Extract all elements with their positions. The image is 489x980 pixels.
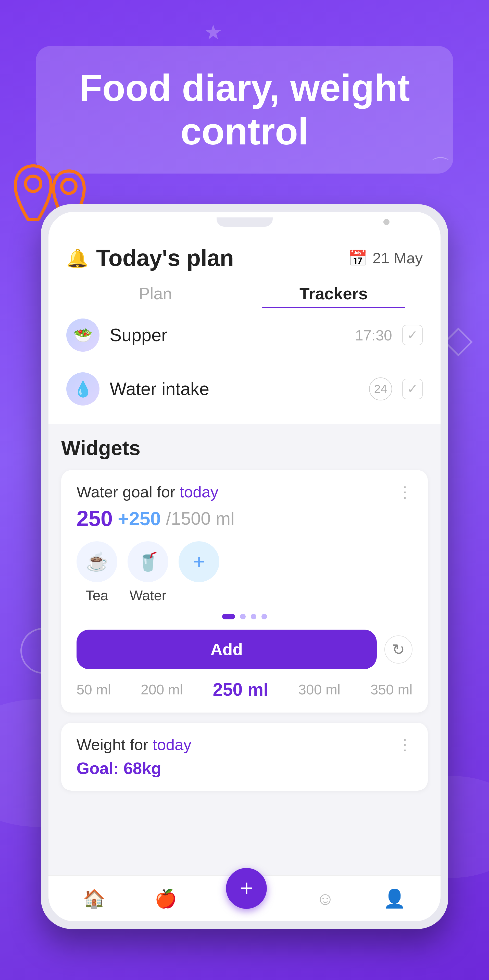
dot-4 xyxy=(262,614,267,619)
water-check[interactable]: ✓ xyxy=(402,379,423,399)
water-widget-title: Water goal for today xyxy=(76,483,218,501)
weight-widget-card: Weight for today ⋮ Goal: 68kg xyxy=(61,723,428,791)
svg-point-0 xyxy=(25,176,41,191)
drink-options: ☕ Tea 🥤 Water + xyxy=(76,541,413,604)
time-icon: 24 xyxy=(369,377,392,401)
water-add: +250 xyxy=(118,508,161,530)
water-icon-circle: 🥤 xyxy=(127,541,168,582)
phone-topbar xyxy=(48,212,441,232)
drink-add[interactable]: + xyxy=(179,541,219,604)
ml-50[interactable]: 50 ml xyxy=(76,681,111,698)
dot-2 xyxy=(240,614,246,619)
water-amounts: 250 +250 /1500 ml xyxy=(76,506,413,531)
nav-account[interactable]: 👤 xyxy=(383,888,406,909)
nav-profile[interactable]: ☺ xyxy=(316,888,334,909)
bell-icon: 🔔 xyxy=(66,248,89,269)
ml-options: 50 ml 200 ml 250 ml 300 ml 350 ml xyxy=(76,679,413,700)
phone-notch xyxy=(217,218,273,227)
plan-header: 🔔 Today's plan 📅 21 May xyxy=(48,232,441,271)
calendar-icon: 📅 xyxy=(348,249,367,267)
supper-name: Supper xyxy=(110,325,345,345)
tea-icon-circle: ☕ xyxy=(76,541,117,582)
dot-3 xyxy=(251,614,256,619)
refresh-button[interactable]: ↻ xyxy=(384,635,413,663)
meal-item-supper[interactable]: 🥗 Supper 17:30 ✓ xyxy=(59,308,430,362)
water-current: 250 xyxy=(76,506,113,531)
supper-time: 17:30 xyxy=(355,327,392,344)
app-content: 🔔 Today's plan 📅 21 May Plan Trackers xyxy=(48,232,441,921)
water-widget-header: Water goal for today ⋮ xyxy=(76,483,413,501)
fab-button[interactable]: + xyxy=(226,868,267,909)
meal-item-water[interactable]: 💧 Water intake 24 ✓ xyxy=(59,362,430,416)
water-icon: 💧 xyxy=(66,372,100,406)
plan-title: Today's plan xyxy=(96,245,234,271)
tab-plan[interactable]: Plan xyxy=(66,277,244,308)
profile-icon: ☺ xyxy=(316,888,334,909)
add-drink-circle: + xyxy=(179,541,219,582)
pagination-dots xyxy=(76,614,413,619)
phone-camera xyxy=(383,219,389,225)
add-row: Add ↻ xyxy=(76,630,413,669)
drink-tea[interactable]: ☕ Tea xyxy=(76,541,117,604)
phone-screen: 🔔 Today's plan 📅 21 May Plan Trackers xyxy=(48,212,441,921)
tab-trackers[interactable]: Trackers xyxy=(244,277,423,308)
ml-300[interactable]: 300 ml xyxy=(298,681,340,698)
food-icon: 🍎 xyxy=(155,888,177,909)
meal-list: 🥗 Supper 17:30 ✓ 💧 Water intake 24 ✓ xyxy=(48,308,441,424)
ml-250[interactable]: 250 ml xyxy=(213,679,268,700)
water-label: Water xyxy=(130,587,167,604)
supper-icon: 🥗 xyxy=(66,318,100,352)
phone-mockup: 🔔 Today's plan 📅 21 May Plan Trackers xyxy=(41,204,448,929)
bg-star-1: ★ xyxy=(204,21,222,44)
dot-1 xyxy=(222,614,235,619)
widgets-title: Widgets xyxy=(61,436,428,460)
header-box: Food diary, weight control xyxy=(36,46,453,173)
water-more-btn[interactable]: ⋮ xyxy=(397,483,413,501)
account-icon: 👤 xyxy=(383,888,406,909)
supper-check[interactable]: ✓ xyxy=(402,325,423,345)
home-icon: 🏠 xyxy=(83,888,105,909)
tab-bar: Plan Trackers xyxy=(48,271,441,308)
weight-widget-header: Weight for today ⋮ xyxy=(76,735,413,754)
water-widget-card: Water goal for today ⋮ 250 +250 /1500 ml… xyxy=(61,470,428,713)
date-badge: 📅 21 May xyxy=(348,249,423,267)
nav-food[interactable]: 🍎 xyxy=(155,888,177,909)
drink-water[interactable]: 🥤 Water xyxy=(127,541,168,604)
widgets-section: Widgets Water goal for today ⋮ 250 +250 … xyxy=(48,424,441,875)
add-button[interactable]: Add xyxy=(76,630,377,669)
tea-label: Tea xyxy=(86,587,108,604)
bg-diamond xyxy=(444,328,473,356)
weight-goal: Goal: 68kg xyxy=(76,759,413,778)
ml-200[interactable]: 200 ml xyxy=(141,681,183,698)
weight-widget-title: Weight for today xyxy=(76,735,191,754)
ml-350[interactable]: 350 ml xyxy=(370,681,413,698)
date-label: 21 May xyxy=(372,249,423,267)
water-name: Water intake xyxy=(110,379,359,399)
svg-point-1 xyxy=(62,179,76,193)
water-total: /1500 ml xyxy=(166,508,235,529)
bottom-nav: 🏠 🍎 + ☺ 👤 xyxy=(48,875,441,921)
weight-more-btn[interactable]: ⋮ xyxy=(397,736,413,754)
plan-title-left: 🔔 Today's plan xyxy=(66,245,234,271)
nav-home[interactable]: 🏠 xyxy=(83,888,105,909)
header-title: Food diary, weight control xyxy=(61,66,428,153)
